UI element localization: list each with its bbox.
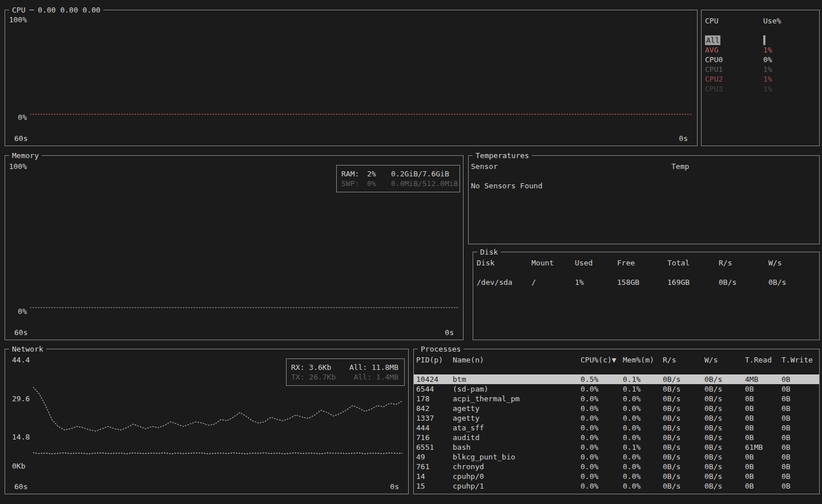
process-cell-rs: 0B/s (663, 384, 704, 394)
process-cell-mem: 0.0% (623, 433, 663, 442)
process-cell-tread: 0B (745, 462, 781, 471)
cpu-legend-row-value: 0% (763, 55, 772, 64)
process-col-twrite[interactable]: T.Write (781, 355, 819, 365)
process-col-rs[interactable]: R/s (663, 355, 704, 365)
process-cell-ws: 0B/s (704, 433, 745, 442)
process-col-name[interactable]: Name(n) (453, 355, 581, 365)
temperatures-col-temp: Temp (671, 162, 819, 171)
process-row[interactable]: 14cpuhp/00.0%0.0%0B/s0B/s0B0B (414, 471, 819, 481)
disk-col-mount: Mount (531, 258, 575, 268)
process-row[interactable]: 6544(sd-pam)0.0%0.1%0B/s0B/s0B0B (414, 384, 819, 394)
process-table-header: PID(p) Name(n) CPU%(c)▼ Mem%(m) R/s W/s … (414, 355, 819, 365)
network-x-axis: 60s 0s (14, 483, 399, 490)
process-cell-rs: 0B/s (663, 471, 704, 481)
network-x-left-label: 60s (14, 483, 27, 490)
cpu-x-axis: 60s 0s (14, 135, 688, 142)
process-cell-mem: 0.1% (623, 384, 663, 394)
disk-cell-rs: 0B/s (719, 277, 768, 287)
network-y-tick-3: 0Kb (12, 462, 25, 470)
disk-cell-ws: 0B/s (768, 277, 819, 287)
cpu-legend-row-avg[interactable]: AVG1% (702, 45, 819, 55)
process-cell-twrite: 0B (781, 423, 819, 433)
process-cell-ws: 0B/s (704, 394, 745, 404)
process-col-mem[interactable]: Mem%(m) (623, 355, 663, 365)
process-cell-ws: 0B/s (704, 442, 745, 452)
memory-title-text: Memory (12, 151, 39, 160)
memory-y-max-label: 100% (7, 163, 27, 170)
disk-col-used: Used (575, 258, 617, 268)
process-cell-name: cpuhp/0 (453, 471, 581, 481)
process-cell-twrite: 0B (781, 384, 819, 394)
tx-total: All: 1.4MB (354, 372, 398, 382)
disk-col-disk: Disk (477, 258, 531, 268)
temperatures-empty-message: No Sensors Found (471, 181, 542, 191)
process-cell-tread: 0B (745, 481, 781, 491)
process-cell-pid: 10424 (416, 374, 453, 384)
process-cell-cpu: 0.0% (581, 413, 623, 423)
processes-title-text: Processes (421, 345, 461, 353)
process-col-ws[interactable]: W/s (704, 355, 745, 365)
disk-rows: /dev/sda / 1% 158GB 169GB 0B/s 0B/s (473, 277, 819, 287)
process-cell-twrite: 0B (781, 471, 819, 481)
cpu-legend-row-cpu0[interactable]: CPU00% (702, 55, 819, 64)
process-row[interactable]: 15cpuhp/10.0%0.0%0B/s0B/s0B0B (414, 481, 819, 491)
process-row[interactable]: 10424btm0.5%0.1%0B/s0B/s4MB0B (414, 374, 819, 384)
memory-x-left-label: 60s (14, 329, 27, 336)
process-cell-twrite: 0B (781, 394, 819, 404)
memory-x-right-label: 0s (445, 329, 454, 336)
ram-label: RAM: (341, 169, 367, 179)
cpu-legend-row-cpu1[interactable]: CPU11% (702, 64, 819, 74)
swap-amount: 0.0MiB/512.0MiB (391, 179, 458, 188)
process-cell-ws: 0B/s (704, 384, 745, 394)
process-cell-cpu: 0.5% (581, 374, 623, 384)
process-row[interactable]: 178acpi_thermal_pm0.0%0.0%0B/s0B/s0B0B (414, 394, 819, 404)
process-cell-rs: 0B/s (663, 394, 704, 404)
rx-total: All: 11.8MB (349, 362, 398, 372)
disk-cell-disk: /dev/sda (477, 277, 531, 287)
process-col-cpu[interactable]: CPU%(c)▼ (581, 355, 623, 365)
process-cell-rs: 0B/s (663, 374, 704, 384)
process-cell-twrite: 0B (781, 374, 819, 384)
tx-legend-row: TX: 26.7Kb All: 1.4MB (291, 372, 404, 382)
swap-legend-row: SWP: 0% 0.0MiB/512.0MiB (341, 179, 460, 188)
process-cell-pid: 178 (416, 394, 453, 404)
process-cell-twrite: 0B (781, 404, 819, 413)
process-cell-pid: 49 (416, 452, 453, 462)
cpu-legend-rows: AllAVG1%CPU00%CPU11%CPU21%CPU31% (702, 35, 819, 94)
process-row[interactable]: 716auditd0.0%0.0%0B/s0B/s0B0B (414, 433, 819, 442)
process-row[interactable]: 1337agetty0.0%0.0%0B/s0B/s0B0B (414, 413, 819, 423)
process-cell-twrite: 0B (781, 433, 819, 442)
swap-percent: 0% (367, 179, 391, 188)
swap-label: SWP: (341, 179, 367, 188)
process-row[interactable]: 842agetty0.0%0.0%0B/s0B/s0B0B (414, 404, 819, 413)
cpu-load-average: 0.00 0.00 0.00 (38, 6, 100, 14)
process-cell-rs: 0B/s (663, 442, 704, 452)
cpu-legend-row-all[interactable]: All (702, 35, 819, 45)
process-cell-tread: 4MB (745, 374, 781, 384)
process-cell-name: btm (453, 374, 581, 384)
cpu-legend-row-label: CPU1 (705, 64, 723, 74)
process-row[interactable]: 761chronyd0.0%0.0%0B/s0B/s0B0B (414, 462, 819, 471)
network-legend: RX: 3.6Kb All: 11.8MB TX: 26.7Kb All: 1.… (286, 358, 405, 386)
disk-row[interactable]: /dev/sda / 1% 158GB 169GB 0B/s 0B/s (473, 277, 819, 287)
process-cell-rs: 0B/s (663, 404, 704, 413)
process-col-tread[interactable]: T.Read (745, 355, 781, 365)
cpu-legend-row-label: CPU3 (705, 84, 723, 94)
cpu-legend-row-cpu2[interactable]: CPU21% (702, 74, 819, 84)
process-cell-ws: 0B/s (704, 481, 745, 491)
process-row[interactable]: 444ata_sff0.0%0.0%0B/s0B/s0B0B (414, 423, 819, 433)
disk-col-free: Free (617, 258, 667, 268)
cpu-legend-row-cpu3[interactable]: CPU31% (702, 84, 819, 94)
process-cell-rs: 0B/s (663, 481, 704, 491)
process-cell-mem: 0.0% (623, 462, 663, 471)
process-col-pid[interactable]: PID(p) (416, 355, 453, 365)
network-y-tick-1: 29.6 (12, 395, 30, 402)
process-cell-twrite: 0B (781, 442, 819, 452)
memory-x-axis: 60s 0s (14, 329, 454, 336)
process-row[interactable]: 49blkcg_punt_bio0.0%0.0%0B/s0B/s0B0B (414, 452, 819, 462)
rx-rate: RX: 3.6Kb (291, 362, 331, 372)
process-cell-cpu: 0.0% (581, 394, 623, 404)
process-row[interactable]: 6551bash0.0%0.1%0B/s0B/s61MB0B (414, 442, 819, 452)
process-cell-ws: 0B/s (704, 423, 745, 433)
processes-panel-title: Processes (418, 345, 464, 353)
